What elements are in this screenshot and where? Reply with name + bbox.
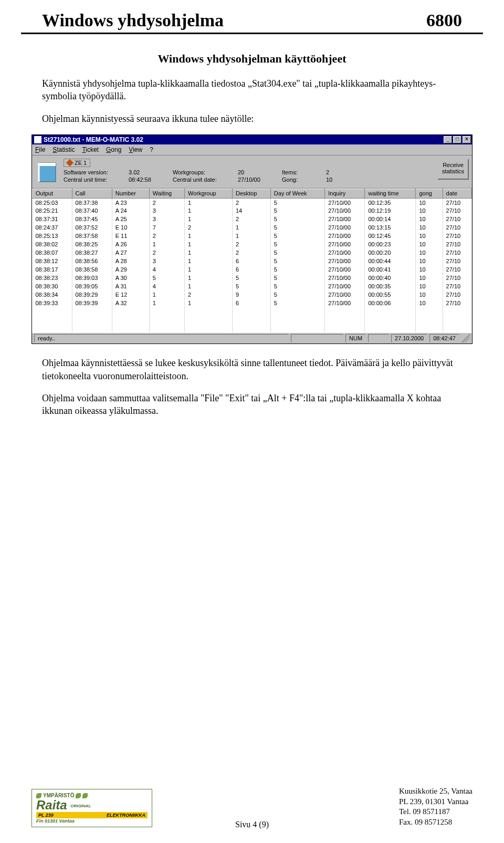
- table-cell: 08:38:23: [33, 274, 72, 282]
- minimize-button[interactable]: _: [444, 136, 452, 143]
- value-central-unit-date: 27/10/00: [238, 176, 280, 183]
- table-row[interactable]: 08:38:1208:38:56A 28316527/10/0000:00:44…: [33, 257, 472, 265]
- logo-pl: PL 239: [38, 813, 54, 818]
- table-cell: 00:13:15: [365, 223, 416, 232]
- receive-statistics-button[interactable]: Receive statistics: [437, 159, 469, 180]
- table-cell: 2: [233, 248, 271, 257]
- data-table: OutputCallNumberWaitingWorkgroupDesktopD…: [32, 189, 472, 333]
- table-cell: 2: [149, 198, 184, 206]
- column-header[interactable]: date: [443, 189, 471, 198]
- addr-line-2: PL 239, 01301 Vantaa: [399, 797, 472, 807]
- table-cell: 27/10/00: [325, 232, 365, 240]
- value-gong: 10: [326, 176, 352, 183]
- table-cell: 14: [233, 206, 271, 215]
- table-cell: 5: [270, 198, 324, 206]
- table-cell: 10: [416, 265, 443, 274]
- table-cell: 6: [233, 257, 271, 265]
- table-row[interactable]: 08:37:3108:37:45A 25312527/10/0000:00:14…: [33, 215, 472, 223]
- table-cell: 08:37:31: [33, 215, 72, 223]
- table-cell: 1: [185, 198, 233, 206]
- column-header[interactable]: Number: [112, 189, 149, 198]
- table-cell: 6: [233, 299, 271, 307]
- table-row[interactable]: 08:25:2108:37:40A 243114527/10/0000:12:1…: [33, 206, 472, 215]
- column-header[interactable]: Inquiry: [325, 189, 365, 198]
- table-cell: 27/10: [443, 290, 471, 299]
- column-header[interactable]: Desktop: [233, 189, 271, 198]
- table-cell: 08:38:02: [33, 240, 72, 248]
- column-header[interactable]: Day of Week: [270, 189, 324, 198]
- table-row[interactable]: 08:39:3308:39:39A 32116527/10/0000:00:06…: [33, 299, 472, 307]
- menu-help[interactable]: ?: [150, 146, 153, 153]
- paragraph-3: Ohjelmaa käynnistettäessä se lukee kesku…: [42, 357, 462, 382]
- paragraph-2: Ohjelman käynnistyessä seuraava ikkuna t…: [42, 112, 462, 125]
- table-cell: 08:38:30: [33, 282, 72, 290]
- table-cell: 08:38:25: [72, 240, 112, 248]
- maximize-button[interactable]: □: [453, 136, 461, 143]
- status-spacer-2: [368, 334, 389, 342]
- table-row-empty: [33, 324, 472, 332]
- table-cell: 1: [185, 215, 233, 223]
- column-header[interactable]: Call: [72, 189, 112, 198]
- table-cell: 08:37:52: [72, 223, 112, 232]
- table-cell: 2: [233, 240, 271, 248]
- table-cell: 1: [149, 299, 184, 307]
- menu-statistic[interactable]: Statistic: [52, 146, 75, 153]
- table-cell: 00:00:55: [365, 290, 416, 299]
- close-button[interactable]: ×: [463, 136, 471, 143]
- table-cell: 27/10: [443, 206, 471, 215]
- table-cell: 1: [185, 240, 233, 248]
- table-cell: 27/10: [443, 257, 471, 265]
- table-cell: A 31: [112, 282, 149, 290]
- table-row[interactable]: 08:38:0208:38:25A 26112527/10/0000:00:23…: [33, 240, 472, 248]
- table-cell: 08:38:07: [33, 248, 72, 257]
- table-row[interactable]: 08:24:3708:37:52E 10721527/10/0000:13:15…: [33, 223, 472, 232]
- menu-view[interactable]: View: [129, 146, 142, 153]
- table-row[interactable]: 08:25:1308:37:58E 11211527/10/0000:12:45…: [33, 232, 472, 240]
- table-cell: 6: [233, 265, 271, 274]
- table-cell: 5: [270, 282, 324, 290]
- paragraph-1: Käynnistä yhdysohjelma tupla-klikkaamall…: [42, 77, 462, 103]
- table-row-empty: [33, 307, 472, 316]
- column-header[interactable]: Output: [33, 189, 72, 198]
- menubar: File Statistic Ticket Gong View ?: [32, 144, 472, 155]
- table-row[interactable]: 08:38:3008:39:05A 31415527/10/0000:00:35…: [33, 282, 472, 290]
- table-cell: 10: [416, 282, 443, 290]
- resize-grip[interactable]: [461, 334, 470, 342]
- table-row[interactable]: 08:38:3408:39:29E 12129527/10/0000:00:55…: [33, 290, 472, 299]
- table-cell: 27/10: [443, 274, 471, 282]
- company-address: Kuusikkotie 25, Vantaa PL 239, 01301 Van…: [399, 786, 472, 827]
- table-row[interactable]: 08:38:2308:39:03A 30515527/10/0000:00:40…: [33, 274, 472, 282]
- table-cell: 2: [233, 215, 271, 223]
- column-header[interactable]: waiting time: [365, 189, 416, 198]
- column-header[interactable]: Waiting: [149, 189, 184, 198]
- table-cell: 08:37:40: [72, 206, 112, 215]
- table-cell: 10: [416, 257, 443, 265]
- menu-gong[interactable]: Gong: [106, 146, 121, 153]
- status-ready: ready..: [34, 334, 289, 342]
- table-row[interactable]: 08:38:0708:38:27A 27212527/10/0000:00:20…: [33, 248, 472, 257]
- table-cell: 27/10: [443, 299, 471, 307]
- table-cell: 08:25:03: [33, 198, 72, 206]
- table-row[interactable]: 08:38:1708:38:58A 29416527/10/0000:00:41…: [33, 265, 472, 274]
- table-row[interactable]: 08:25:0308:37:38A 23212527/10/0000:12:35…: [33, 198, 472, 206]
- label-software-version: Software version:: [64, 169, 127, 175]
- app-icon: [34, 136, 41, 143]
- menu-file[interactable]: File: [35, 146, 45, 153]
- table-cell: 27/10: [443, 223, 471, 232]
- table-cell: E 11: [112, 232, 149, 240]
- table-cell: 5: [270, 232, 324, 240]
- value-items: 2: [326, 169, 352, 175]
- table-cell: A 29: [112, 265, 149, 274]
- table-cell: 5: [233, 274, 271, 282]
- table-cell: 4: [149, 282, 184, 290]
- table-cell: 5: [270, 240, 324, 248]
- table-cell: 5: [270, 215, 324, 223]
- table-cell: 5: [270, 265, 324, 274]
- column-header[interactable]: Workgroup: [185, 189, 233, 198]
- notebook-icon[interactable]: [37, 160, 58, 184]
- column-header[interactable]: gong: [416, 189, 443, 198]
- leaf-icon: [76, 793, 81, 798]
- table-cell: 1: [185, 299, 233, 307]
- table-cell: 00:00:14: [365, 215, 416, 223]
- menu-ticket[interactable]: Ticket: [82, 146, 99, 153]
